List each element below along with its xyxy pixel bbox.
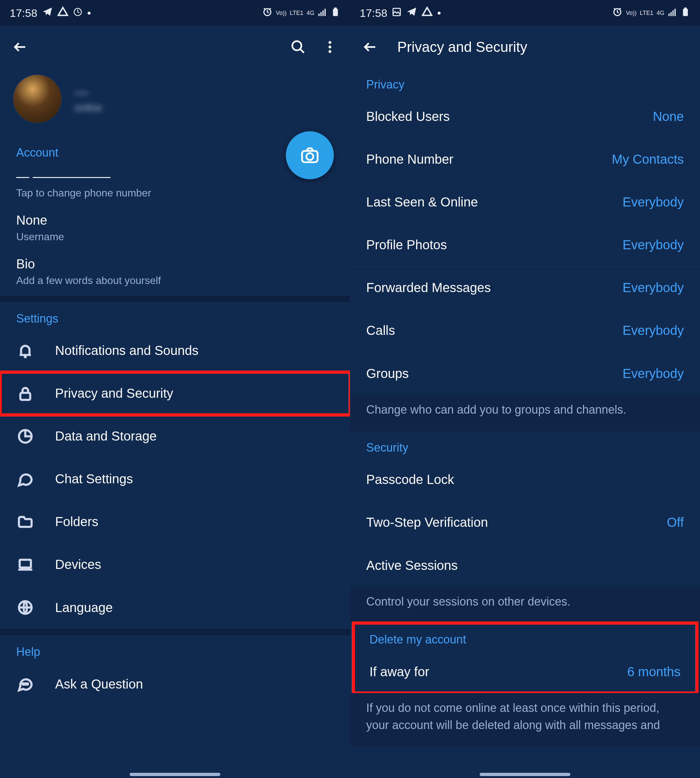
laptop-icon <box>16 556 34 574</box>
account-username-row[interactable]: None Username <box>0 207 350 251</box>
svg-rect-14 <box>20 392 30 400</box>
alarm-icon-right <box>612 7 623 20</box>
svg-rect-4 <box>322 10 324 16</box>
battery-icon <box>330 7 340 20</box>
signal-icon-right <box>668 7 677 20</box>
delete-header: Delete my account <box>353 623 697 650</box>
svg-rect-16 <box>20 559 31 567</box>
profile-status: online <box>75 102 102 114</box>
settings-privacy[interactable]: Privacy and Security <box>0 372 350 415</box>
photos-label: Profile Photos <box>366 238 623 252</box>
row-blocked-users[interactable]: Blocked Users None <box>350 95 700 138</box>
groups-label: Groups <box>366 366 623 381</box>
account-bio-sub: Add a few words about yourself <box>16 275 334 287</box>
alarm-icon <box>262 7 273 20</box>
folder-icon <box>16 513 34 531</box>
bell-icon <box>16 342 34 360</box>
twostep-label: Two-Step Verification <box>366 515 667 530</box>
settings-screen: 17:58 • Vo)) LTE1 4G <box>0 0 350 778</box>
triangle-icon <box>57 6 68 20</box>
row-if-away[interactable]: If away for 6 months <box>353 650 697 693</box>
nav-handle-right[interactable] <box>480 773 570 776</box>
delete-hint: If you do not come online at least once … <box>350 693 700 746</box>
row-sessions[interactable]: Active Sessions <box>350 544 700 587</box>
svg-rect-25 <box>672 10 674 16</box>
chat-icon <box>16 470 34 488</box>
photos-value: Everybody <box>623 238 684 252</box>
status-dot: • <box>87 7 91 20</box>
privacy-hint: Change who can add you to groups and cha… <box>350 395 700 431</box>
back-icon[interactable] <box>9 36 31 58</box>
sync-icon <box>73 7 83 20</box>
pie-icon <box>16 427 34 446</box>
lastseen-value: Everybody <box>623 195 684 209</box>
phone-value: My Contacts <box>612 152 684 167</box>
svg-rect-26 <box>674 9 676 16</box>
camera-fab[interactable] <box>286 131 334 179</box>
svg-rect-28 <box>684 7 687 9</box>
forwarded-label: Forwarded Messages <box>366 280 623 295</box>
status-lte: LTE1 <box>290 10 303 16</box>
page-title: Privacy and Security <box>391 39 691 55</box>
svg-rect-23 <box>668 13 670 16</box>
account-phone-value: — —————— <box>16 169 334 184</box>
lock-icon <box>16 384 34 402</box>
chat-dots-icon <box>16 675 34 693</box>
svg-point-9 <box>328 41 332 44</box>
row-forwarded[interactable]: Forwarded Messages Everybody <box>350 267 700 309</box>
status-vo: Vo)) <box>276 10 287 16</box>
settings-folders[interactable]: Folders <box>0 501 350 543</box>
row-passcode[interactable]: Passcode Lock <box>350 458 700 501</box>
svg-rect-27 <box>683 9 688 16</box>
row-calls[interactable]: Calls Everybody <box>350 309 700 352</box>
phone-label: Phone Number <box>366 152 612 167</box>
telegram-icon <box>42 6 53 20</box>
calls-value: Everybody <box>623 323 684 338</box>
settings-data-label: Data and Storage <box>55 429 334 444</box>
more-icon[interactable] <box>319 36 341 58</box>
lastseen-label: Last Seen & Online <box>366 195 623 209</box>
svg-rect-24 <box>670 12 672 16</box>
row-twostep[interactable]: Two-Step Verification Off <box>350 501 700 544</box>
row-groups[interactable]: Groups Everybody <box>350 352 700 395</box>
row-profile-photos[interactable]: Profile Photos Everybody <box>350 224 700 267</box>
profile-header: — online <box>0 68 350 136</box>
forwarded-value: Everybody <box>623 280 684 295</box>
settings-privacy-label: Privacy and Security <box>55 386 334 401</box>
settings-data[interactable]: Data and Storage <box>0 415 350 458</box>
status-dot-right: • <box>437 7 441 20</box>
account-phone-sub: Tap to change phone number <box>16 187 334 199</box>
settings-devices[interactable]: Devices <box>0 543 350 586</box>
avatar[interactable] <box>13 75 62 123</box>
svg-rect-6 <box>333 9 338 16</box>
back-icon-right[interactable] <box>359 36 381 58</box>
settings-section: Settings Notifications and Sounds Privac… <box>0 302 350 629</box>
account-bio-row[interactable]: Bio Add a few words about yourself <box>0 251 350 294</box>
search-icon[interactable] <box>287 36 309 58</box>
calls-label: Calls <box>366 323 623 338</box>
settings-language-label: Language <box>55 600 334 615</box>
svg-rect-3 <box>320 12 322 16</box>
twostep-value: Off <box>667 515 684 530</box>
blocked-value: None <box>653 109 684 124</box>
delete-section: Delete my account If away for 6 months <box>353 623 697 693</box>
appbar-left <box>0 26 350 68</box>
settings-chat[interactable]: Chat Settings <box>0 458 350 501</box>
status-vo-right: Vo)) <box>626 10 637 16</box>
blocked-label: Blocked Users <box>366 109 653 124</box>
settings-language[interactable]: Language <box>0 586 350 629</box>
status-4g: 4G <box>307 10 314 16</box>
privacy-header: Privacy <box>350 68 700 95</box>
row-last-seen[interactable]: Last Seen & Online Everybody <box>350 181 700 224</box>
settings-notifications[interactable]: Notifications and Sounds <box>0 329 350 372</box>
row-phone-number[interactable]: Phone Number My Contacts <box>350 138 700 181</box>
svg-rect-7 <box>334 7 337 9</box>
help-ask[interactable]: Ask a Question <box>0 663 350 705</box>
account-bio-value: Bio <box>16 257 334 271</box>
privacy-section: Privacy Blocked Users None Phone Number … <box>350 68 700 395</box>
status-4g-right: 4G <box>657 10 664 16</box>
account-username-value: None <box>16 213 334 227</box>
svg-rect-2 <box>318 13 320 16</box>
security-section: Security Passcode Lock Two-Step Verifica… <box>350 431 700 587</box>
nav-handle[interactable] <box>130 773 220 776</box>
